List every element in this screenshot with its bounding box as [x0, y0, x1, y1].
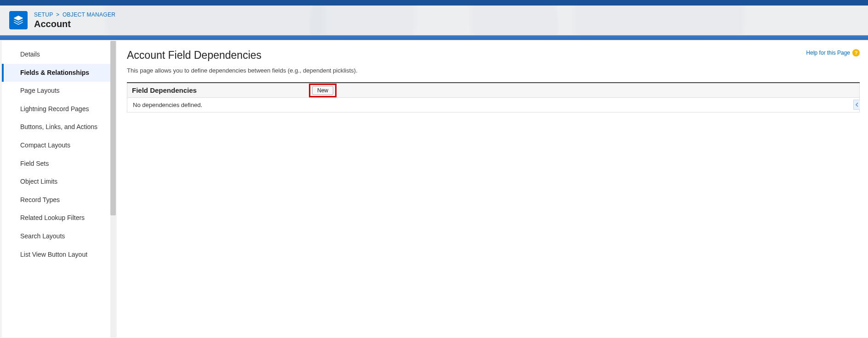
breadcrumb-separator: >: [55, 11, 61, 18]
sidebar-item-record-types[interactable]: Record Types: [2, 191, 116, 209]
sidebar-item-buttons-links-actions[interactable]: Buttons, Links, and Actions: [2, 118, 116, 136]
sidebar-item-compact-layouts[interactable]: Compact Layouts: [2, 136, 116, 155]
sidebar-scrollbar-track[interactable]: [110, 41, 116, 338]
section-body: No dependencies defined.: [127, 98, 860, 113]
section-header: Field Dependencies New: [127, 83, 860, 98]
main-content: Account Field Dependencies Help for this…: [117, 41, 868, 338]
sidebar-item-related-lookup-filters[interactable]: Related Lookup Filters: [2, 209, 116, 227]
section-title: Field Dependencies: [132, 86, 197, 94]
object-icon: [9, 11, 28, 29]
sidebar-item-details[interactable]: Details: [2, 45, 116, 64]
breadcrumb: SETUP > OBJECT MANAGER: [34, 11, 115, 18]
header-divider: [0, 35, 868, 40]
sidebar-item-field-sets[interactable]: Field Sets: [2, 155, 116, 173]
sidebar-item-search-layouts[interactable]: Search Layouts: [2, 227, 116, 246]
sidebar-item-list-view-button-layout[interactable]: List View Button Layout: [2, 246, 116, 264]
object-title: Account: [34, 19, 115, 29]
breadcrumb-setup[interactable]: SETUP: [34, 11, 53, 18]
page-description: This page allows you to define dependenc…: [127, 67, 860, 74]
sidebar-item-fields-relationships[interactable]: Fields & Relationships: [2, 64, 116, 82]
sidebar-scrollbar-thumb[interactable]: [110, 41, 116, 215]
new-button-highlight: New: [309, 84, 337, 97]
layers-icon: [13, 15, 23, 25]
sidebar-item-page-layouts[interactable]: Page Layouts: [2, 82, 116, 100]
page-title: Account Field Dependencies: [127, 49, 262, 62]
field-dependencies-section: Field Dependencies New No dependencies d…: [127, 82, 860, 113]
breadcrumb-object-manager[interactable]: OBJECT MANAGER: [63, 11, 115, 18]
help-link-text: Help for this Page: [806, 50, 850, 56]
sidebar-nav: Details Fields & Relationships Page Layo…: [2, 41, 116, 268]
expand-tab[interactable]: [853, 100, 860, 110]
window-top-bar: [0, 0, 868, 6]
sidebar-item-object-limits[interactable]: Object Limits: [2, 173, 116, 191]
sidebar-item-lightning-record-pages[interactable]: Lightning Record Pages: [2, 100, 116, 118]
help-icon: ?: [852, 49, 860, 56]
sidebar: Details Fields & Relationships Page Layo…: [2, 41, 116, 338]
empty-message: No dependencies defined.: [133, 101, 202, 108]
help-link[interactable]: Help for this Page ?: [806, 49, 860, 56]
setup-header: SETUP > OBJECT MANAGER Account: [0, 6, 868, 35]
chevron-left-icon: [855, 102, 859, 107]
new-button[interactable]: New: [312, 86, 333, 95]
